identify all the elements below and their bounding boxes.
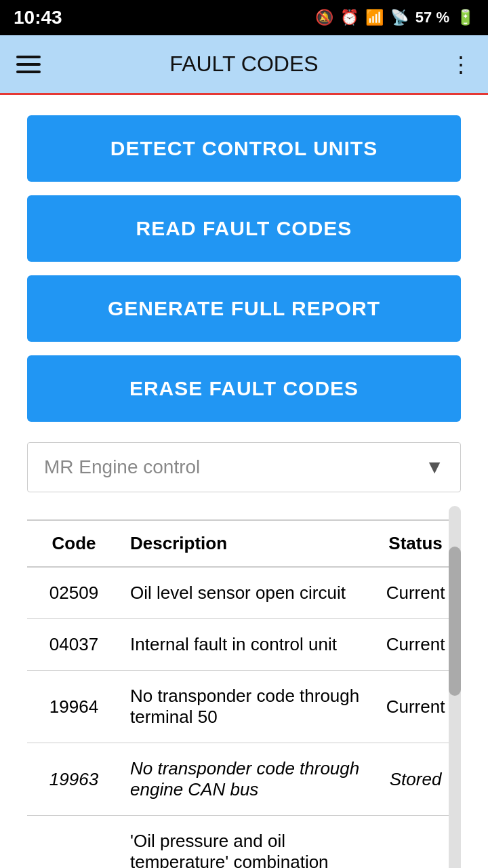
table-row: 'Oil pressure and oil temperature' combi… bbox=[27, 816, 461, 869]
table-header-row: Code Description Status bbox=[27, 520, 461, 567]
scrollbar-thumb[interactable] bbox=[449, 547, 461, 696]
header-code: Code bbox=[27, 520, 121, 567]
hamburger-line-3 bbox=[16, 71, 41, 73]
fault-description: Oil level sensor open circuit bbox=[121, 567, 370, 619]
fault-description: Internal fault in control unit bbox=[121, 619, 370, 671]
dropdown-selected-value: MR Engine control bbox=[44, 456, 200, 478]
fault-description: No transponder code through engine CAN b… bbox=[121, 743, 370, 816]
fault-description: No transponder code through terminal 50 bbox=[121, 671, 370, 743]
fault-status: Current bbox=[370, 619, 461, 671]
table-row: 02509 Oil level sensor open circuit Curr… bbox=[27, 567, 461, 619]
mute-icon: 🔕 bbox=[315, 9, 333, 26]
chevron-down-icon: ▼ bbox=[425, 456, 444, 478]
more-options-button[interactable]: ⋮ bbox=[450, 54, 472, 75]
hamburger-menu-button[interactable] bbox=[16, 56, 41, 73]
erase-fault-codes-button[interactable]: ERASE FAULT CODES bbox=[27, 355, 461, 422]
page-title: FAULT CODES bbox=[169, 52, 318, 77]
hamburger-line-2 bbox=[16, 63, 41, 66]
fault-status: Current bbox=[370, 567, 461, 619]
fault-status bbox=[370, 816, 461, 869]
fault-description: 'Oil pressure and oil temperature' combi… bbox=[121, 816, 370, 869]
header-description: Description bbox=[121, 520, 370, 567]
fault-table-wrapper: Code Description Status 02509 Oil level … bbox=[27, 506, 461, 868]
signal-icon: 📶 bbox=[365, 9, 384, 26]
scrollbar-track bbox=[449, 506, 461, 868]
fault-code: 19964 bbox=[27, 671, 121, 743]
main-content: DETECT CONTROL UNITS READ FAULT CODES GE… bbox=[0, 95, 488, 868]
status-icons: 🔕 ⏰ 📶 📡 57 % 🔋 bbox=[315, 9, 474, 26]
read-fault-codes-button[interactable]: READ FAULT CODES bbox=[27, 195, 461, 262]
app-bar: FAULT CODES ⋮ bbox=[0, 35, 488, 95]
fault-status: Stored bbox=[370, 743, 461, 816]
table-row: 04037 Internal fault in control unit Cur… bbox=[27, 619, 461, 671]
detect-control-units-button[interactable]: DETECT CONTROL UNITS bbox=[27, 115, 461, 182]
battery-icon: 🔋 bbox=[456, 9, 474, 26]
fault-status: Current bbox=[370, 671, 461, 743]
table-row: 19964 No transponder code through termin… bbox=[27, 671, 461, 743]
fault-code bbox=[27, 816, 121, 869]
table-row: 19963 No transponder code through engine… bbox=[27, 743, 461, 816]
battery-percent: 57 % bbox=[415, 9, 449, 26]
fault-code: 19963 bbox=[27, 743, 121, 816]
wifi-icon: 📡 bbox=[390, 9, 409, 26]
status-time: 10:43 bbox=[14, 7, 62, 28]
generate-full-report-button[interactable]: GENERATE FULL REPORT bbox=[27, 275, 461, 342]
hamburger-line-1 bbox=[16, 56, 41, 58]
alarm-icon: ⏰ bbox=[340, 9, 359, 26]
fault-code: 02509 bbox=[27, 567, 121, 619]
header-status: Status bbox=[370, 520, 461, 567]
fault-code: 04037 bbox=[27, 619, 121, 671]
status-bar: 10:43 🔕 ⏰ 📶 📡 57 % 🔋 bbox=[0, 0, 488, 35]
control-unit-dropdown[interactable]: MR Engine control ▼ bbox=[27, 442, 461, 492]
fault-codes-table: Code Description Status 02509 Oil level … bbox=[27, 519, 461, 868]
